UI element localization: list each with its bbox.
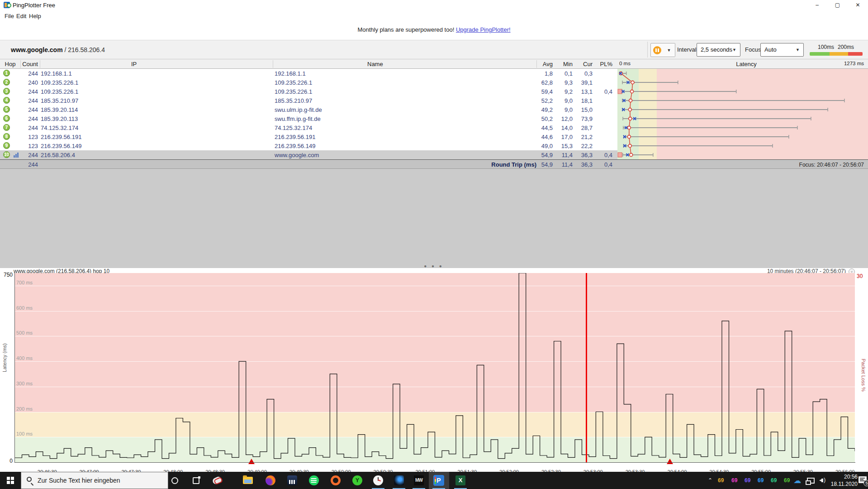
packet-loss-marker (667, 459, 673, 464)
cortana-button[interactable] (167, 473, 182, 488)
minimize-button[interactable]: – (807, 0, 827, 10)
search-placeholder: Zur Suche Text hier eingeben (38, 477, 120, 484)
target-host: www.google.com (11, 46, 63, 53)
toolbar-divider (647, 42, 648, 58)
notification-center-button[interactable]: 5 (859, 476, 867, 483)
pause-dropdown-button[interactable]: ▼ (663, 43, 675, 57)
col-min[interactable]: Min (556, 61, 573, 67)
origin-button[interactable] (328, 473, 343, 488)
pingplotter-taskbar-button[interactable]: P (432, 473, 446, 488)
spotify-icon (309, 475, 319, 485)
panel-filler (0, 169, 868, 268)
round-trip-cur: 36,3 (576, 161, 593, 168)
temp-reading[interactable]: 69 (771, 477, 777, 484)
close-button[interactable]: ✕ (848, 0, 868, 10)
count-cell: 240 (0, 79, 38, 86)
search-icon (27, 477, 32, 482)
clock-app-button[interactable] (371, 473, 385, 488)
col-pl[interactable]: PL% (597, 61, 612, 67)
spotify-button[interactable] (307, 473, 321, 488)
focus-select[interactable]: Auto▼ (760, 43, 804, 57)
origin-icon (331, 475, 341, 485)
col-cur[interactable]: Cur (577, 61, 593, 67)
modern-warfare-button[interactable]: MW (412, 473, 426, 488)
col-avg[interactable]: Avg (536, 61, 553, 67)
cur-cell: 36,3 (576, 152, 593, 158)
latency-timeline-plot[interactable]: 100 ms200 ms300 ms400 ms500 ms600 ms700 … (15, 273, 855, 462)
firefox-button[interactable] (263, 473, 278, 488)
name-cell: 109.235.226.1 (275, 79, 312, 86)
tray-expand-button[interactable]: ⌃ (704, 473, 716, 488)
name-cell: 192.168.1.1 (275, 70, 306, 77)
interval-label: Interval (677, 46, 697, 53)
green-app-button[interactable]: Y (350, 473, 365, 488)
taskbar-search[interactable]: Zur Suche Text hier eingeben (21, 472, 168, 489)
avg-cell: 62,8 (520, 79, 553, 86)
menu-help[interactable]: Help (27, 12, 43, 20)
snipping-tool-button[interactable] (210, 473, 224, 488)
col-hop[interactable]: Hop (0, 61, 20, 67)
ip-cell: 216.58.206.4 (41, 152, 75, 158)
temp-reading[interactable]: 69 (731, 477, 737, 484)
min-cell: 14,0 (556, 125, 573, 131)
name-cell: swu.ulm.ip.g-fit.de (275, 106, 322, 113)
col-ip[interactable]: IP (131, 61, 137, 67)
maximize-button[interactable]: ▢ (827, 0, 848, 10)
pingplotter-icon: P (433, 475, 444, 486)
pause-button[interactable] (650, 43, 664, 57)
excel-button[interactable]: X (453, 473, 468, 488)
round-trip-avg: 54,9 (520, 161, 553, 168)
cur-cell: 0,3 (576, 70, 593, 77)
pause-icon (653, 46, 661, 54)
count-cell: 123 (0, 134, 38, 140)
count-cell: 244 (0, 97, 38, 104)
cur-cell: 73,9 (576, 115, 593, 122)
cur-cell: 28,7 (576, 125, 593, 131)
avg-cell: 50,2 (520, 115, 553, 122)
network-button[interactable] (805, 473, 816, 488)
file-explorer-button[interactable] (241, 473, 255, 488)
menu-file[interactable]: File (3, 12, 16, 20)
interval-select[interactable]: 2,5 seconds▼ (697, 43, 740, 57)
col-count[interactable]: Count (20, 61, 40, 67)
focus-range-label: Focus: 20:46:07 - 20:56:07 (769, 162, 864, 168)
count-cell: 244 (0, 106, 38, 113)
pingplotter-app-icon (4, 2, 10, 8)
temp-reading[interactable]: 69 (758, 477, 764, 484)
snipping-tool-icon (212, 475, 223, 485)
windows-logo-icon (7, 477, 14, 484)
y2-axis-max-label: 30 (857, 273, 863, 279)
ip-cell: 185.35.210.97 (41, 97, 78, 104)
volume-button[interactable] (817, 473, 830, 488)
ip-cell: 185.39.20.113 (41, 115, 78, 122)
menu-edit[interactable]: Edit (14, 12, 28, 20)
start-button[interactable] (0, 472, 21, 489)
upgrade-link[interactable]: Upgrade PingPlotter! (456, 26, 511, 33)
target-ip: 216.58.206.4 (68, 46, 105, 53)
speaker-icon (819, 477, 827, 484)
focus-time-line[interactable] (586, 273, 587, 462)
chevron-down-icon: ▼ (732, 43, 736, 56)
temp-reading[interactable]: 69 (718, 477, 724, 484)
temp-reading[interactable]: 69 (784, 477, 790, 484)
ip-cell: 185.39.20.114 (41, 106, 78, 113)
network-icon (807, 478, 815, 484)
audio-app-button[interactable] (285, 473, 299, 488)
col-name[interactable]: Name (367, 61, 383, 67)
blue-art-app-button[interactable] (392, 473, 406, 488)
min-cell: 11,4 (556, 152, 573, 158)
cur-cell: 21,2 (576, 134, 593, 140)
tray-clock[interactable]: 20:56 18.11.2020 (830, 473, 858, 488)
min-cell: 9,0 (556, 97, 573, 104)
clock-app-icon (373, 475, 383, 485)
min-cell: 9,3 (556, 79, 573, 86)
task-view-button[interactable] (189, 473, 203, 488)
pingplotter-window: PingPlotter Free – ▢ ✕ File Edit Help Mo… (0, 0, 868, 489)
modern-warfare-icon: MW (414, 475, 424, 485)
name-cell: 216.239.56.191 (275, 134, 315, 140)
name-cell: www.google.com (275, 152, 319, 158)
onedrive-button[interactable]: ☁ (792, 473, 803, 488)
blue-art-app-icon (394, 475, 404, 485)
tray-date: 18.11.2020 (830, 480, 858, 488)
temp-reading[interactable]: 69 (745, 477, 750, 484)
